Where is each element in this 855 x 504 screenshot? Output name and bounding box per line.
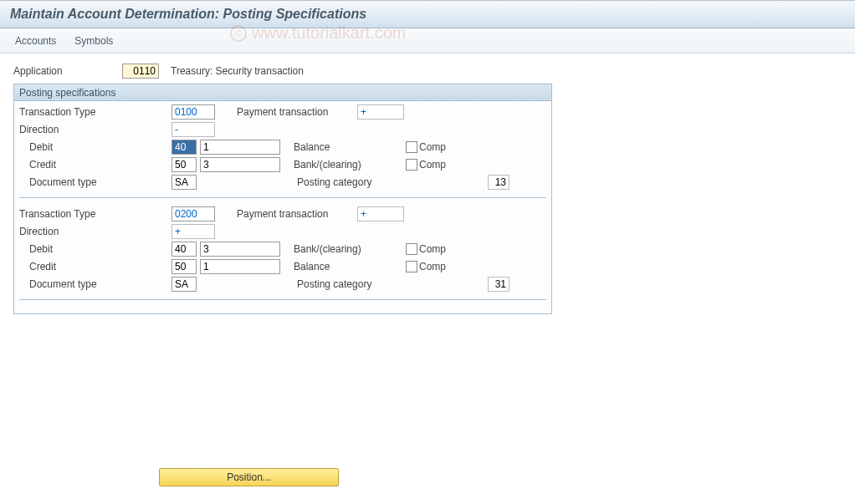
b2-credit-desc: Balance [289, 261, 406, 272]
b1-dir-label: Direction [19, 124, 172, 135]
application-input[interactable] [122, 64, 159, 79]
b1-postcat-input[interactable] [488, 175, 509, 190]
position-button[interactable]: Position... [159, 468, 339, 486]
b1-credit-key[interactable] [172, 157, 197, 172]
b2-doctype-input[interactable] [172, 277, 197, 292]
b2-debit-key[interactable] [172, 242, 197, 257]
b1-doctype-input[interactable] [172, 175, 197, 190]
b2-trans-input[interactable] [172, 206, 215, 221]
menu-symbols[interactable]: Symbols [74, 35, 113, 47]
b2-postcat-label: Posting category [292, 278, 409, 290]
b2-dir-label: Direction [19, 226, 172, 237]
b2-credit-label: Credit [19, 261, 172, 272]
b2-dir-row: Direction [19, 222, 546, 240]
b1-dir-input[interactable] [172, 122, 215, 137]
b2-debit-label: Debit [19, 243, 172, 255]
b1-postcat-label: Posting category [292, 176, 409, 188]
b2-credit-comp-checkbox[interactable] [406, 261, 417, 272]
b1-debit-comp-label: Comp [419, 141, 446, 153]
b1-credit-desc: Bank/(clearing) [289, 159, 406, 171]
b2-debit-acc[interactable] [200, 242, 280, 257]
b2-credit-acc[interactable] [200, 259, 280, 274]
b1-trans-input[interactable] [172, 104, 215, 120]
group-title: Posting specifications [19, 87, 115, 99]
b1-debit-acc[interactable] [200, 140, 280, 155]
application-desc: Treasury: Security transaction [171, 65, 304, 77]
content-area: Application Treasury: Security transacti… [0, 53, 855, 504]
b2-postcat-input[interactable] [488, 277, 509, 292]
menu-accounts[interactable]: Accounts [15, 35, 56, 47]
b1-paytrans-label: Payment transaction [237, 106, 357, 118]
b1-debit-key[interactable] [172, 140, 197, 155]
b1-credit-comp-label: Comp [419, 159, 446, 171]
b2-doctype-label: Document type [19, 278, 172, 290]
b2-debit-desc: Bank/(clearing) [289, 243, 406, 255]
b2-credit-row: Credit Balance Comp [19, 257, 546, 275]
position-button-label: Position... [227, 471, 271, 483]
separator [19, 197, 546, 198]
separator-2 [19, 299, 546, 300]
application-row: Application Treasury: Security transacti… [13, 62, 842, 80]
b2-debit-comp-label: Comp [419, 243, 446, 255]
b2-credit-key[interactable] [172, 259, 197, 274]
b2-paytrans-input[interactable] [357, 206, 404, 221]
b1-doctype-row: Document type Posting category [19, 173, 546, 191]
b1-trans-label: Transaction Type [19, 106, 172, 118]
b1-credit-acc[interactable] [200, 157, 280, 172]
b2-debit-comp-checkbox[interactable] [406, 243, 417, 255]
b1-credit-row: Credit Bank/(clearing) Comp [19, 155, 546, 173]
group-body: Transaction Type Payment transaction Dir… [14, 101, 551, 313]
b2-trans-row: Transaction Type Payment transaction [19, 205, 546, 222]
b2-trans-label: Transaction Type [19, 208, 172, 220]
b1-trans-row: Transaction Type Payment transaction [19, 103, 546, 120]
b1-debit-comp-checkbox[interactable] [406, 141, 417, 153]
b1-paytrans-input[interactable] [357, 104, 404, 120]
b2-debit-row: Debit Bank/(clearing) Comp [19, 240, 546, 257]
b2-dir-input[interactable] [172, 224, 215, 239]
b1-dir-row: Direction [19, 120, 546, 138]
title-bar: Maintain Account Determination: Posting … [0, 0, 855, 28]
app-window: Maintain Account Determination: Posting … [0, 0, 855, 504]
b1-debit-label: Debit [19, 141, 172, 153]
b1-credit-comp-checkbox[interactable] [406, 159, 417, 171]
page-title: Maintain Account Determination: Posting … [10, 7, 366, 22]
b1-debit-desc: Balance [289, 141, 406, 153]
posting-spec-group: Posting specifications Transaction Type … [13, 84, 552, 314]
b1-doctype-label: Document type [19, 176, 172, 188]
b2-credit-comp-label: Comp [419, 261, 446, 272]
b2-paytrans-label: Payment transaction [237, 208, 357, 220]
menu-bar: Accounts Symbols [0, 28, 855, 53]
b2-doctype-row: Document type Posting category [19, 275, 546, 293]
group-header: Posting specifications [14, 84, 551, 101]
application-label: Application [13, 65, 122, 77]
b1-debit-row: Debit Balance Comp [19, 138, 546, 155]
b1-credit-label: Credit [19, 159, 172, 171]
